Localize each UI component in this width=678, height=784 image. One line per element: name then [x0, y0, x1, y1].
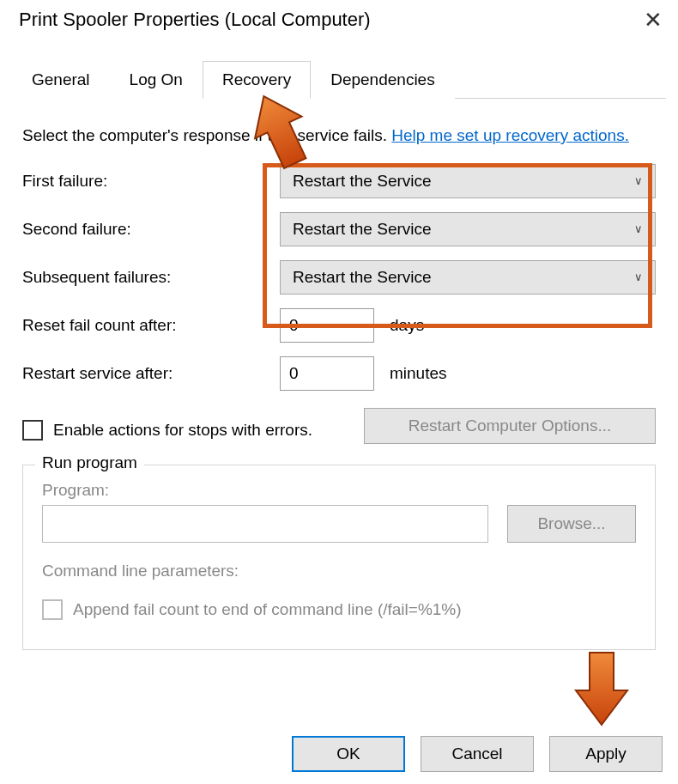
tab-recovery[interactable]: Recovery [203, 61, 311, 99]
first-failure-value: Restart the Service [293, 172, 432, 191]
intro-prefix: Select the computer's response if this s… [22, 126, 391, 144]
tab-logon[interactable]: Log On [110, 61, 203, 99]
cmdline-label: Command line parameters: [42, 562, 636, 580]
tab-dependencies[interactable]: Dependencies [311, 61, 454, 99]
run-program-legend: Run program [35, 453, 144, 472]
first-failure-label: First failure: [22, 172, 280, 191]
second-failure-value: Restart the Service [293, 220, 432, 239]
tabs-bar: General Log On Recovery Dependencies [12, 60, 666, 99]
program-input[interactable] [42, 505, 488, 543]
second-failure-select[interactable]: Restart the Service ∨ [280, 212, 656, 246]
append-fail-label: Append fail count to end of command line… [73, 600, 462, 619]
append-fail-checkbox[interactable] [42, 599, 63, 620]
ok-button[interactable]: OK [292, 736, 405, 772]
subsequent-failures-value: Restart the Service [293, 268, 432, 287]
intro-text: Select the computer's response if this s… [22, 125, 656, 147]
subsequent-failures-label: Subsequent failures: [22, 268, 280, 287]
enable-actions-checkbox[interactable] [22, 420, 43, 441]
help-link[interactable]: Help me set up recovery actions. [391, 126, 629, 144]
tab-general[interactable]: General [12, 61, 110, 99]
restart-after-unit: minutes [390, 364, 447, 383]
first-failure-select[interactable]: Restart the Service ∨ [280, 164, 656, 198]
chevron-down-icon: ∨ [634, 174, 643, 187]
annotation-arrow-apply-icon [572, 649, 632, 728]
second-failure-label: Second failure: [22, 220, 280, 239]
program-label: Program: [42, 481, 636, 500]
browse-button[interactable]: Browse... [507, 505, 636, 543]
restart-after-label: Restart service after: [22, 364, 280, 383]
apply-button[interactable]: Apply [549, 736, 663, 772]
tab-content: Select the computer's response if this s… [0, 99, 678, 650]
run-program-group: Run program Program: Browse... Command l… [22, 465, 656, 650]
cancel-button[interactable]: Cancel [421, 736, 534, 772]
subsequent-failures-select[interactable]: Restart the Service ∨ [280, 260, 656, 295]
reset-fail-input[interactable]: 0 [280, 308, 374, 343]
enable-actions-label: Enable actions for stops with errors. [53, 421, 312, 440]
window-title: Print Spooler Properties (Local Computer… [19, 9, 371, 31]
dialog-buttons: OK Cancel Apply [292, 736, 663, 772]
reset-fail-label: Reset fail count after: [22, 316, 280, 335]
restart-after-input[interactable]: 0 [280, 356, 374, 391]
close-icon[interactable]: ✕ [644, 9, 663, 31]
restart-computer-options-button[interactable]: Restart Computer Options... [364, 408, 656, 444]
chevron-down-icon: ∨ [634, 270, 643, 283]
reset-fail-unit: days [390, 316, 424, 335]
chevron-down-icon: ∨ [634, 222, 643, 235]
